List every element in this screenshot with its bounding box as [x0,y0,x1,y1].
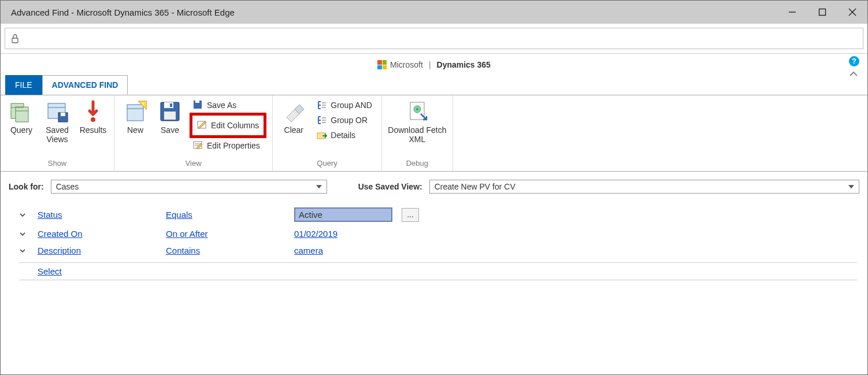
look-for-select[interactable]: Cases [51,180,327,194]
clear-button[interactable]: Clear [276,98,311,137]
chevron-down-icon[interactable] [19,247,28,254]
maximize-button[interactable] [807,1,837,24]
address-bar[interactable] [5,28,863,49]
query-button[interactable]: Query [4,98,39,137]
group-or-label: Group OR [331,116,368,125]
results-label: Results [77,125,109,135]
edit-properties-label: Edit Properties [207,141,260,150]
chevron-down-icon[interactable] [19,211,28,218]
lock-icon [11,34,19,43]
criteria-value-box[interactable]: Active [294,207,392,222]
address-bar-row [1,24,867,54]
criteria-field[interactable]: Status [38,210,157,220]
new-button[interactable]: New [118,98,153,137]
popout-icon[interactable] [849,70,858,77]
group-view-label: View [118,158,269,170]
microsoft-logo-icon [377,60,387,69]
svg-rect-4 [12,38,18,43]
brand-divider: | [429,60,431,69]
save-label: Save [154,125,186,135]
svg-rect-1 [819,9,826,16]
group-show-label: Show [4,158,110,170]
edit-columns-highlight: Edit Columns [190,113,266,138]
saved-views-icon [46,100,69,123]
svg-point-13 [91,117,95,122]
new-icon [124,100,147,123]
svg-point-37 [416,108,418,110]
svg-rect-20 [164,112,176,120]
new-label: New [119,125,151,135]
look-for-value: Cases [56,182,79,191]
results-button[interactable]: Results [76,98,110,137]
window-frame: Advanced Find - Microsoft Dynamics 365 -… [0,0,868,375]
edit-properties-icon [193,140,203,151]
ribbon-group-show: Query Saved Views Results Show [1,95,114,171]
saved-view-value: Create New PV for CV [435,182,515,191]
help-icon[interactable]: ? [849,56,859,66]
save-icon [158,100,181,123]
look-for-label: Look for: [9,182,44,191]
download-fetch-xml-icon [406,100,429,123]
brand-ms: Microsoft [390,60,423,69]
group-and-label: Group AND [331,101,372,110]
criteria-value-link[interactable]: 01/02/2019 [294,229,337,239]
group-and-icon [317,100,327,110]
chevron-down-icon[interactable] [19,231,28,237]
brand-header: Microsoft | Dynamics 365 ? [1,54,867,76]
tab-advanced-find[interactable]: ADVANCED FIND [42,75,128,95]
ribbon-group-query: Clear Group AND Group OR Details [273,95,382,171]
group-query-label: Query [276,158,378,170]
download-fetch-xml-label: Download Fetch XML [387,125,448,144]
details-label: Details [331,131,355,140]
brand-product: Dynamics 365 [437,60,491,69]
details-button[interactable]: Details [314,129,374,142]
saved-view-label: Use Saved View: [358,182,422,191]
group-and-button[interactable]: Group AND [314,99,374,112]
svg-rect-23 [195,101,199,103]
titlebar: Advanced Find - Microsoft Dynamics 365 -… [1,1,867,24]
window-title: Advanced Find - Microsoft Dynamics 365 -… [11,8,235,17]
save-button[interactable]: Save [153,98,187,137]
ribbon-group-debug: Download Fetch XML Debug [382,95,453,171]
close-button[interactable] [837,1,867,24]
criteria-row: Status Equals Active ... [19,204,857,225]
saved-views-label: Saved Views [40,125,75,144]
save-as-label: Save As [207,101,236,110]
query-label: Query [5,125,38,135]
group-or-icon [317,115,327,125]
edit-properties-button[interactable]: Edit Properties [191,139,265,152]
content-area: Look for: Cases Use Saved View: Create N… [1,172,867,374]
criteria-row: Created On On or After 01/02/2019 [19,225,857,242]
ribbon-tabs: FILE ADVANCED FIND [1,75,867,95]
criteria-operator[interactable]: On or After [166,229,285,239]
details-icon [317,130,327,140]
edit-columns-icon [197,120,207,131]
select-link[interactable]: Select [38,266,157,276]
saved-views-button[interactable]: Saved Views [39,98,76,146]
download-fetch-xml-button[interactable]: Download Fetch XML [385,98,449,146]
criteria-list: Status Equals Active ... Created On On o… [19,204,857,280]
criteria-value-link[interactable]: camera [294,246,323,255]
clear-label: Clear [277,125,310,135]
criteria-field[interactable]: Created On [38,229,157,239]
save-as-icon [193,100,203,110]
criteria-operator[interactable]: Contains [166,246,285,255]
save-as-button[interactable]: Save As [191,99,265,112]
svg-rect-12 [61,113,65,116]
minimize-button[interactable] [777,1,807,24]
ribbon-group-view: New Save Save As Ed [114,95,273,171]
saved-view-select[interactable]: Create New PV for CV [429,180,859,194]
criteria-row: Description Contains camera [19,242,857,259]
results-icon [81,100,105,123]
svg-rect-14 [127,105,143,121]
clear-icon [282,100,305,123]
tab-file[interactable]: FILE [5,75,42,95]
edit-columns-label: Edit Columns [211,121,259,130]
lookup-ellipsis-button[interactable]: ... [402,208,419,222]
criteria-field[interactable]: Description [38,246,157,255]
edit-columns-button[interactable]: Edit Columns [195,117,261,134]
criteria-operator[interactable]: Equals [166,210,285,220]
lookup-row: Look for: Cases Use Saved View: Create N… [9,180,867,194]
group-or-button[interactable]: Group OR [314,114,374,127]
svg-rect-6 [16,107,28,122]
